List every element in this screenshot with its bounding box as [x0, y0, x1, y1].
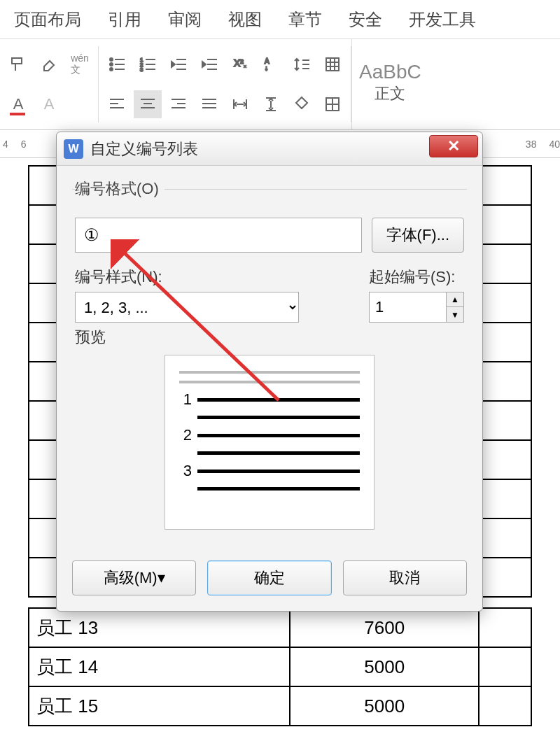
dialog-titlebar[interactable]: W 自定义编号列表 ✕ — [57, 132, 482, 166]
close-button[interactable]: ✕ — [429, 135, 478, 157]
menu-security[interactable]: 安全 — [349, 8, 382, 31]
pinyin-icon[interactable]: wén文 — [66, 50, 94, 78]
table-row[interactable]: 员工 15 5000 — [29, 686, 531, 726]
increase-indent-icon[interactable] — [195, 50, 223, 78]
close-icon: ✕ — [447, 137, 460, 155]
menu-review[interactable]: 审阅 — [168, 8, 202, 31]
preview-num: 2 — [179, 426, 192, 444]
eraser-icon[interactable] — [35, 50, 63, 78]
svg-text:X²: X² — [234, 57, 244, 69]
cancel-button[interactable]: 取消 — [343, 560, 467, 595]
decrease-indent-icon[interactable] — [164, 50, 192, 78]
svg-text:↓: ↓ — [265, 64, 268, 72]
spin-up-icon[interactable]: ▲ — [447, 292, 463, 307]
svg-text:3: 3 — [140, 66, 144, 73]
style-name: 正文 — [374, 83, 405, 104]
cell-value[interactable]: 7600 — [290, 608, 479, 647]
align-left-icon[interactable] — [103, 90, 131, 118]
borders-icon[interactable] — [318, 90, 346, 118]
svg-point-4 — [110, 68, 113, 71]
paragraph-icon[interactable] — [318, 50, 346, 78]
data-table[interactable]: 员工 13 7600 员工 14 5000 员工 15 5000 — [28, 607, 532, 726]
cell-name[interactable]: 员工 14 — [29, 647, 290, 686]
menu-reference[interactable]: 引用 — [108, 8, 141, 31]
custom-number-list-dialog: W 自定义编号列表 ✕ 编号格式(O) 字体(F)... 编号样式(N): 1,… — [56, 132, 483, 612]
menu-view[interactable]: 视图 — [228, 8, 262, 31]
menu-chapter[interactable]: 章节 — [288, 8, 322, 31]
preview-num: 1 — [179, 390, 192, 409]
font-button[interactable]: 字体(F)... — [372, 218, 464, 253]
align-right-icon[interactable] — [164, 90, 192, 118]
line-spacing-icon[interactable] — [288, 50, 316, 78]
main-menubar: 页面布局 引用 审阅 视图 章节 安全 开发工具 — [0, 0, 560, 39]
number-list-icon[interactable]: 123 — [134, 50, 162, 78]
cell-empty[interactable] — [479, 608, 531, 647]
preview-label: 预览 — [75, 327, 464, 348]
number-format-legend: 编号格式(O) — [75, 178, 164, 199]
format-brush-icon[interactable] — [4, 50, 32, 78]
number-format-input[interactable] — [75, 218, 362, 253]
cell-name[interactable]: 员工 15 — [29, 686, 290, 726]
start-number-label: 起始编号(S): — [369, 267, 464, 288]
start-number-input[interactable] — [369, 292, 446, 323]
menu-page-layout[interactable]: 页面布局 — [14, 8, 81, 31]
number-style-combo[interactable]: 1, 2, 3, ... — [75, 292, 299, 323]
cell-empty[interactable] — [479, 647, 531, 686]
cell-value[interactable]: 5000 — [290, 686, 479, 726]
ok-button[interactable]: 确定 — [207, 560, 331, 595]
svg-rect-15 — [326, 58, 339, 71]
bullet-list-icon[interactable] — [103, 50, 131, 78]
cell-empty[interactable] — [479, 686, 531, 726]
distribute-h-icon[interactable] — [226, 90, 254, 118]
style-gallery[interactable]: AaBbC 正文 — [351, 39, 428, 129]
ruler-mark: 6 — [21, 139, 27, 150]
menu-devtools[interactable]: 开发工具 — [409, 8, 476, 31]
cell-value[interactable]: 5000 — [290, 647, 479, 686]
svg-point-0 — [110, 58, 113, 61]
ribbon: wén文 A A 123 X² A↓ AaB — [0, 39, 560, 130]
dialog-body: 编号格式(O) 字体(F)... 编号样式(N): 1, 2, 3, ... 起… — [57, 166, 482, 611]
advanced-button[interactable]: 高级(M) ▾ — [72, 560, 196, 595]
sort-icon[interactable]: A↓ — [257, 50, 285, 78]
ruler-mark: 4 — [3, 139, 8, 150]
distribute-v-icon[interactable] — [257, 90, 285, 118]
spin-down-icon[interactable]: ▼ — [447, 307, 463, 322]
style-sample: AaBbC — [359, 61, 421, 83]
number-style-label: 编号样式(N): — [75, 267, 341, 288]
preview-num: 3 — [179, 462, 192, 480]
text-direction-icon[interactable]: X² — [226, 50, 254, 78]
ruler-mark: 40 — [549, 139, 560, 150]
align-center-icon[interactable] — [134, 90, 162, 118]
dialog-title: 自定义编号列表 — [90, 139, 198, 160]
table-row[interactable]: 员工 13 7600 — [29, 608, 531, 647]
highlight-icon[interactable]: A — [35, 90, 63, 118]
align-justify-icon[interactable] — [195, 90, 223, 118]
table-row[interactable]: 员工 14 5000 — [29, 647, 531, 686]
app-icon: W — [64, 139, 83, 159]
spinner-buttons[interactable]: ▲ ▼ — [446, 292, 464, 323]
cell-name[interactable]: 员工 13 — [29, 608, 290, 647]
preview-box: 1 2 3 — [164, 355, 374, 530]
chevron-down-icon: ▾ — [158, 569, 165, 587]
ruler-mark: 38 — [526, 139, 537, 150]
font-color-icon[interactable]: A — [4, 90, 32, 118]
number-format-group: 编号格式(O) 字体(F)... 编号样式(N): 1, 2, 3, ... 起… — [72, 178, 467, 552]
shading-icon[interactable] — [288, 90, 316, 118]
svg-point-2 — [110, 63, 113, 66]
